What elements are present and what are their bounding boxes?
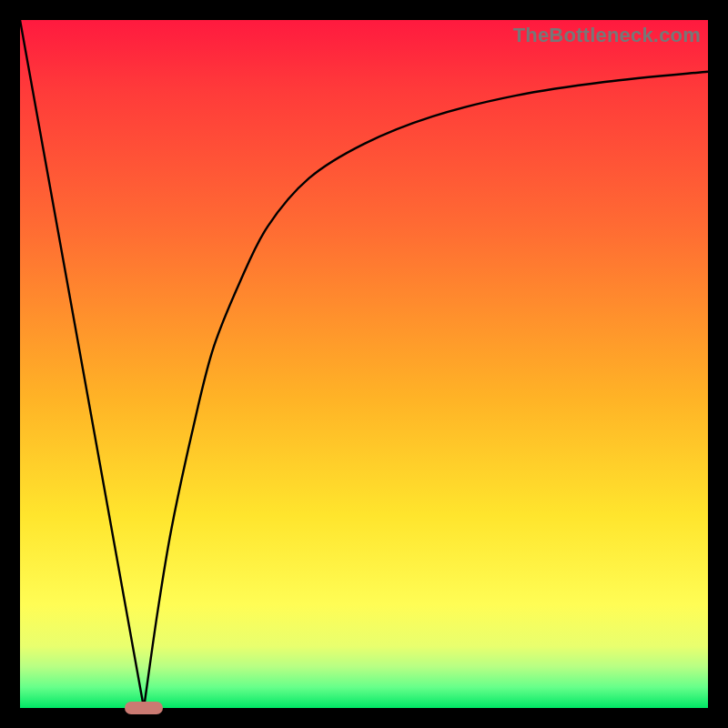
- curve-path: [20, 20, 708, 708]
- bottleneck-curve: [20, 20, 708, 708]
- optimum-marker: [125, 702, 163, 714]
- plot-area: TheBottleneck.com: [20, 20, 708, 708]
- chart-frame: TheBottleneck.com: [0, 0, 728, 728]
